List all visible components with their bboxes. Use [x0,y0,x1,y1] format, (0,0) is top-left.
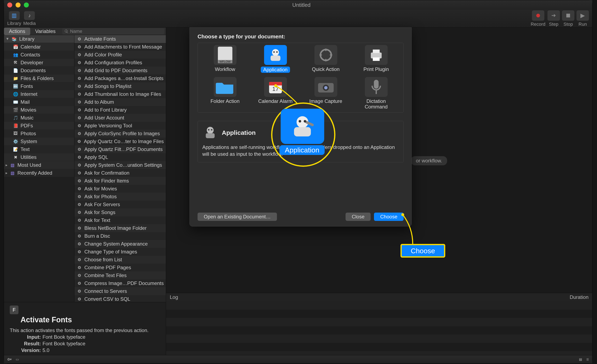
doc-type-dictation-command[interactable]: Dictation Command [351,77,401,110]
doc-type-quick-action[interactable]: Quick Action [301,45,351,73]
action-item[interactable]: ⚙Apply Quartz Co…ter to Image Files [74,137,166,145]
action-item[interactable]: ⚙Burn a Disc [74,232,166,240]
record-button[interactable]: Record [531,10,545,27]
action-item[interactable]: ⚙Add Configuration Profiles [74,59,166,67]
titlebar: Untitled [4,0,592,10]
action-item[interactable]: ⚙Convert CSV to SQL [74,295,166,302]
action-item[interactable]: ⚙Add Grid to PDF Documents [74,67,166,74]
library-item[interactable]: 📕PDFs [4,122,74,130]
library-item[interactable]: 🛠Developer [4,59,74,67]
doc-type-label: Image Capture [309,99,342,104]
action-item[interactable]: ⚙Add Color Profile [74,51,166,59]
action-item[interactable]: ⚙Apply Quartz Filt…PDF Documents [74,145,166,153]
step-button[interactable]: ➔ Step [548,10,560,27]
view-mode-a[interactable]: ▤ [579,357,582,361]
action-item[interactable]: ⚙Apply System Co…uration Settings [74,161,166,169]
library-item[interactable]: ✖Utilities [4,153,74,161]
action-item[interactable]: ⚙Ask for Finder Items [74,177,166,185]
doc-type-workflow[interactable]: WFLOWWorkflow [200,45,250,73]
library-header[interactable]: ▼📚Library [4,35,74,43]
category-icon: 🖼 [13,131,18,136]
action-item[interactable]: ⚙Add to Font Library [74,106,166,114]
svg-point-20 [207,127,213,134]
library-item[interactable]: 📅Calendar [4,43,74,51]
action-icon: ⚙ [77,115,82,120]
library-item[interactable]: 📁Files & Folders [4,74,74,82]
action-item[interactable]: ⚙Ask for Photos [74,193,166,201]
library-item[interactable]: 📝Text [4,145,74,153]
action-item[interactable]: ⚙Activate Fonts [74,35,166,43]
category-icon: 📕 [13,123,18,128]
library-item[interactable]: ⚙️System [4,137,74,145]
doc-type-print-plugin[interactable]: Print Plugin [351,45,401,73]
action-item[interactable]: ⚙Add Songs to Playlist [74,82,166,90]
action-icon: ⚙ [77,139,82,144]
library-item[interactable]: ✉️Mail [4,98,74,106]
library-item[interactable]: 🎬Movies [4,106,74,114]
action-item[interactable]: ⚙Ask For Servers [74,201,166,208]
folder-action-icon [214,77,236,97]
actions-list[interactable]: ⚙Activate Fonts⚙Add Attachments to Front… [74,35,166,302]
library-item[interactable]: 👥Contacts [4,51,74,59]
action-item[interactable]: ⚙Choose from List [74,256,166,264]
svg-point-22 [208,129,209,130]
action-item[interactable]: ⚙Change Type of Images [74,248,166,256]
stop-button[interactable]: Stop [562,10,574,27]
close-button[interactable]: Close [346,213,371,221]
action-icon: ⚙ [77,155,82,160]
action-item[interactable]: ⚙Apply ColorSync Profile to Images [74,130,166,137]
action-item[interactable]: ⚙Add Thumbnail Icon to Image Files [74,90,166,98]
tab-variables[interactable]: Variables [30,28,61,35]
application-icon [264,45,287,65]
action-item[interactable]: ⚙Add Packages a…ost-Install Scripts [74,74,166,82]
svg-rect-11 [373,57,380,61]
action-item[interactable]: ⚙Ask for Text [74,216,166,224]
action-item[interactable]: ⚙Add Attachments to Front Message [74,43,166,51]
library-item[interactable]: 🎵Music [4,114,74,122]
run-button[interactable]: ▶ Run [576,10,589,27]
calendar-alarm-icon: 17 [264,77,287,97]
svg-rect-19 [376,91,377,94]
doc-type-application[interactable]: Application [250,45,301,73]
action-item[interactable]: ⚙Ask for Songs [74,208,166,216]
library-toggle[interactable]: ▥ Library [7,11,21,26]
minimize-window-button[interactable] [16,2,21,8]
action-item[interactable]: ⚙Ask for Confirmation [74,169,166,177]
action-item[interactable]: ⚙Apply SQL [74,153,166,161]
doc-type-image-capture[interactable]: Image Capture [301,77,351,110]
library-item[interactable]: 🔤Fonts [4,82,74,90]
action-item[interactable]: ⚙Connect to Servers [74,287,166,295]
action-item[interactable]: ⚙Add to Album [74,98,166,106]
action-item[interactable]: ⚙Change System Appearance [74,240,166,248]
doc-type-label: Dictation Command [365,99,388,110]
zoom-window-button[interactable] [24,2,29,8]
doc-type-calendar-alarm[interactable]: 17Calendar Alarm [250,77,301,110]
action-item[interactable]: ⚙Apple Versioning Tool [74,122,166,130]
action-item[interactable]: ⚙Ask for Movies [74,185,166,193]
close-window-button[interactable] [7,2,12,8]
action-item[interactable]: ⚙Compress Image…PDF Documents [74,279,166,287]
library-categories[interactable]: ▼📚Library📅Calendar👥Contacts🛠Developer📄Do… [4,35,74,302]
tab-actions[interactable]: Actions [4,28,30,35]
media-icon: ♪ [28,13,31,18]
category-icon: 📁 [13,76,18,81]
library-smart-item[interactable]: ▸▧Most Used [4,161,74,169]
view-mode-b[interactable]: ≣ [586,357,589,361]
library-item[interactable]: 🌐Internet [4,90,74,98]
svg-rect-6 [325,59,326,61]
library-item[interactable]: 🖼Photos [4,130,74,137]
open-existing-button[interactable]: Open an Existing Document… [197,213,277,221]
action-item[interactable]: ⚙Combine PDF Pages [74,264,166,271]
search-input[interactable]: Name [62,28,164,34]
action-item[interactable]: ⚙Add User Account [74,114,166,122]
gear-icon[interactable]: ✿▾ [7,357,12,361]
category-icon: 📝 [13,147,18,152]
flow-icon[interactable]: ▭ [16,357,19,361]
doc-type-folder-action[interactable]: Folder Action [200,77,250,110]
library-item[interactable]: 📄Documents [4,67,74,74]
action-item[interactable]: ⚙Combine Text Files [74,271,166,279]
choose-button[interactable]: Choose [374,213,404,221]
media-toggle[interactable]: ♪ Media [23,11,36,26]
library-smart-item[interactable]: ▸▧Recently Added [4,169,74,177]
action-item[interactable]: ⚙Bless NetBoot Image Folder [74,224,166,232]
